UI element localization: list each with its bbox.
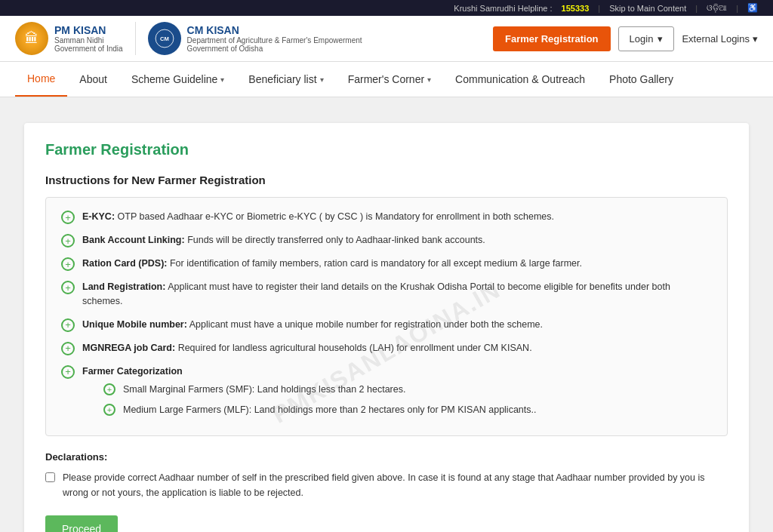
instruction-farmer-cat: Farmer Categorization Small Marginal Far… (61, 364, 712, 423)
nav-home[interactable]: Home (15, 62, 67, 97)
pm-kisan-subtitle1: Samman Nidhi (54, 36, 123, 45)
instruction-land: Land Registration: Applicant must have t… (61, 280, 712, 309)
mgnrega-circle-icon (61, 342, 75, 355)
declaration-text-block: Please provide correct Aadhaar number of… (45, 470, 728, 500)
logo-divider (135, 22, 136, 55)
scheme-guideline-chevron-icon: ▾ (220, 75, 224, 84)
proceed-button[interactable]: Proceed (45, 515, 118, 532)
header: 🏛 PM KISAN Samman Nidhi Government of In… (0, 16, 773, 62)
mlf-circle-icon (103, 404, 115, 416)
external-chevron-icon: ▾ (753, 33, 758, 45)
skip-main-content-link[interactable]: Skip to Main Content (609, 4, 686, 13)
instruction-ekyc: E-KYC: OTP based Aadhaar e-KYC or Biomet… (61, 210, 712, 224)
nav-photo-gallery[interactable]: Photo Gallery (597, 63, 685, 96)
svg-text:CM: CM (160, 35, 169, 42)
cm-kisan-title: CM KISAN (187, 24, 362, 36)
nav-beneficiary-list[interactable]: Beneficiary list ▾ (236, 63, 335, 96)
farmers-corner-chevron-icon: ▾ (427, 75, 431, 84)
declaration-checkbox[interactable] (45, 472, 55, 482)
login-button[interactable]: Login ▾ (618, 26, 675, 51)
land-circle-icon (61, 281, 75, 294)
instruction-mobile: Unique Mobile number: Applicant must hav… (61, 318, 712, 332)
main-content-area: PMKISANLAOINA.IN Farmer Registration Ins… (24, 123, 749, 532)
mobile-circle-icon (61, 318, 75, 332)
nav-farmers-corner[interactable]: Farmer's Corner ▾ (336, 63, 443, 96)
cm-kisan-logo: CM CM KISAN Department of Agriculture & … (148, 22, 362, 55)
cm-kisan-subtitle1: Department of Agriculture & Farmer's Emp… (187, 36, 362, 45)
declarations-label: Declarations: (45, 451, 728, 463)
page-title: Farmer Registration (45, 141, 728, 158)
odia-language-btn[interactable]: ଓଡ଼ିଆ (707, 3, 727, 13)
helpline-number: 155333 (562, 4, 590, 13)
smf-circle-icon (103, 383, 115, 395)
header-logos: 🏛 PM KISAN Samman Nidhi Government of In… (15, 22, 362, 55)
sub-item-smf: Small Marginal Farmers (SMF): Land holdi… (103, 383, 536, 397)
bank-circle-icon (61, 234, 75, 248)
sub-items-list: Small Marginal Farmers (SMF): Land holdi… (103, 383, 536, 417)
top-bar: Krushi Samrudhi Helpline : 155333 | Skip… (0, 0, 773, 16)
ration-circle-icon (61, 257, 75, 271)
nav-communication-outreach[interactable]: Communication & Outreach (443, 63, 597, 96)
nav-scheme-guideline[interactable]: Scheme Guideline ▾ (119, 63, 236, 96)
farmer-registration-button[interactable]: Farmer Registration (493, 26, 611, 51)
nav-about[interactable]: About (67, 63, 119, 96)
farmer-cat-circle-icon (61, 365, 75, 379)
cm-emblem: CM (148, 22, 181, 55)
pm-kisan-title: PM KISAN (54, 24, 123, 36)
instruction-bank: Bank Account Linking: Funds will be dire… (61, 233, 712, 248)
instruction-mgnrega: MGNREGA job Card: Required for landless … (61, 341, 712, 355)
pm-emblem: 🏛 (15, 22, 48, 55)
accessibility-icon[interactable]: ♿ (747, 3, 758, 13)
login-chevron-icon: ▾ (658, 33, 663, 45)
instructions-box: E-KYC: OTP based Aadhaar e-KYC or Biomet… (45, 197, 728, 436)
section-title: Instructions for New Farmer Registration (45, 174, 728, 186)
instruction-ration: Ration Card (PDS): For identification of… (61, 257, 712, 271)
sub-item-mlf: Medium Large Farmers (MLF): Land holding… (103, 403, 536, 417)
ekyc-circle-icon (61, 211, 75, 224)
beneficiary-chevron-icon: ▾ (320, 75, 324, 84)
cm-kisan-subtitle2: Government of Odisha (187, 45, 362, 53)
pm-kisan-subtitle2: Government of India (54, 45, 123, 53)
header-actions: Farmer Registration Login ▾ External Log… (493, 26, 758, 51)
pm-kisan-logo: 🏛 PM KISAN Samman Nidhi Government of In… (15, 22, 123, 55)
external-logins-button[interactable]: External Logins ▾ (682, 33, 758, 45)
main-navigation: Home About Scheme Guideline ▾ Beneficiar… (0, 62, 773, 97)
helpline-label: Krushi Samrudhi Helpline : (454, 4, 552, 13)
